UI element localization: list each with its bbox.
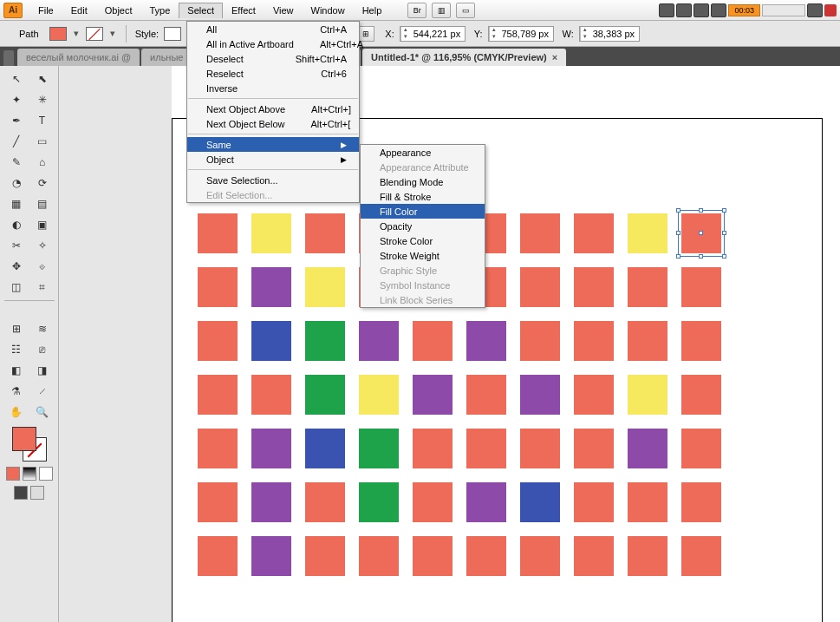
tabs-handle[interactable] (3, 50, 14, 66)
grid-square[interactable] (520, 536, 560, 576)
grid-square[interactable] (305, 375, 345, 415)
tool-6[interactable]: ╱ (4, 132, 29, 151)
grid-square[interactable] (628, 213, 667, 253)
bridge-button[interactable]: Br (407, 3, 427, 18)
grid-square[interactable] (681, 321, 721, 361)
menu-window[interactable]: Window (303, 3, 354, 18)
grid-square[interactable] (681, 375, 721, 415)
document-tab[interactable]: веселый молочник.ai @ (17, 49, 140, 66)
grid-square[interactable] (251, 536, 291, 576)
tool-22[interactable]: ⊞ (4, 319, 29, 338)
menu-item-inverse[interactable]: Inverse (187, 81, 359, 95)
tool-31[interactable]: 🔍 (30, 403, 55, 422)
grid-square[interactable] (466, 375, 506, 415)
tool-27[interactable]: ◨ (30, 361, 55, 380)
grid-square[interactable] (251, 375, 291, 415)
grid-square[interactable] (574, 213, 614, 253)
grid-square[interactable] (413, 482, 453, 522)
grid-square[interactable] (466, 321, 506, 361)
grid-square[interactable] (681, 536, 721, 576)
tool-4[interactable]: ✒ (4, 111, 29, 130)
grid-square[interactable] (628, 321, 667, 361)
menu-view[interactable]: View (264, 3, 303, 18)
menu-help[interactable]: Help (354, 3, 391, 18)
grid-square[interactable] (628, 429, 667, 468)
grid-square[interactable] (251, 267, 291, 307)
tool-7[interactable]: ▭ (30, 132, 55, 151)
menu-select[interactable]: Select (179, 3, 223, 18)
tool-13[interactable]: ▤ (30, 194, 55, 213)
tool-14[interactable]: ◐ (4, 215, 29, 234)
grid-square[interactable] (198, 213, 238, 253)
select-menu[interactable]: AllCtrl+AAll in Active ArtboardAlt+Ctrl+… (186, 21, 360, 203)
y-field[interactable]: ▴▾ (488, 26, 554, 42)
style-swatch[interactable] (164, 27, 181, 41)
tool-0[interactable]: ↖ (4, 69, 29, 88)
rt-btn-1[interactable] (659, 3, 674, 17)
fill-swatch[interactable] (49, 27, 67, 41)
menu-item-same[interactable]: Same▶ (187, 137, 359, 152)
w-field[interactable]: ▴▾ (579, 26, 640, 42)
grid-square[interactable] (574, 267, 614, 307)
menu-item-appearance[interactable]: Appearance (361, 145, 485, 160)
grid-square[interactable] (359, 536, 399, 576)
stroke-dd[interactable]: ▾ (108, 28, 117, 39)
grid-square[interactable] (628, 482, 667, 522)
grid-square[interactable] (198, 267, 238, 307)
grid-square[interactable] (520, 267, 560, 307)
rt-close[interactable] (824, 4, 837, 16)
x-field[interactable]: ▴▾ (400, 26, 466, 42)
grid-square[interactable] (198, 536, 238, 576)
gradient-mode[interactable] (23, 467, 36, 481)
tool-12[interactable]: ▦ (4, 194, 29, 213)
grid-square[interactable] (305, 482, 345, 522)
tool-26[interactable]: ◧ (4, 361, 29, 380)
grid-square[interactable] (305, 429, 345, 468)
grid-square[interactable] (628, 375, 667, 415)
grid-square[interactable] (520, 213, 560, 253)
tool-11[interactable]: ⟳ (30, 174, 55, 193)
fill-stroke-swatch[interactable] (12, 427, 47, 462)
grid-square[interactable] (359, 429, 399, 468)
tool-18[interactable]: ✥ (4, 257, 29, 276)
tool-25[interactable]: ⎚ (30, 340, 55, 359)
tool-21[interactable]: ⌗ (30, 278, 55, 297)
rt-btn-5[interactable] (807, 3, 823, 17)
menu-item-stroke-weight[interactable]: Stroke Weight (361, 248, 485, 263)
tool-20[interactable]: ◫ (4, 278, 29, 297)
grid-square[interactable] (520, 375, 560, 415)
grid-square[interactable] (574, 536, 614, 576)
grid-square[interactable] (251, 429, 291, 468)
grid-square[interactable] (359, 482, 399, 522)
grid-square[interactable] (574, 375, 614, 415)
tool-28[interactable]: ⚗ (4, 382, 29, 401)
tool-9[interactable]: ⌂ (30, 153, 55, 172)
grid-square[interactable] (359, 321, 399, 361)
tool-8[interactable]: ✎ (4, 153, 29, 172)
menu-effect[interactable]: Effect (223, 3, 264, 18)
close-icon[interactable]: × (552, 52, 557, 62)
grid-square[interactable] (574, 429, 614, 468)
tool-29[interactable]: ⟋ (30, 382, 55, 401)
grid-square[interactable] (681, 429, 721, 468)
menu-file[interactable]: File (29, 3, 62, 18)
grid-square[interactable] (198, 482, 238, 522)
menu-item-reselect[interactable]: ReselectCtrl+6 (187, 66, 359, 81)
grid-square[interactable] (251, 213, 291, 253)
grid-square[interactable] (413, 429, 453, 468)
menu-item-next-object-below[interactable]: Next Object BelowAlt+Ctrl+[ (187, 116, 359, 131)
menu-item-all[interactable]: AllCtrl+A (187, 22, 359, 36)
tool-23[interactable]: ≋ (30, 319, 55, 338)
grid-square[interactable] (198, 321, 238, 361)
tool-30[interactable]: ✋ (4, 403, 29, 422)
grid-square[interactable] (681, 213, 721, 253)
grid-square[interactable] (628, 536, 667, 576)
grid-square[interactable] (305, 536, 345, 576)
grid-square[interactable] (305, 267, 345, 307)
grid-square[interactable] (520, 482, 560, 522)
menu-item-blending-mode[interactable]: Blending Mode (361, 174, 485, 189)
grid-square[interactable] (466, 429, 506, 468)
grid-square[interactable] (520, 429, 560, 468)
tool-10[interactable]: ◔ (4, 174, 29, 193)
menu-item-opacity[interactable]: Opacity (361, 219, 485, 233)
